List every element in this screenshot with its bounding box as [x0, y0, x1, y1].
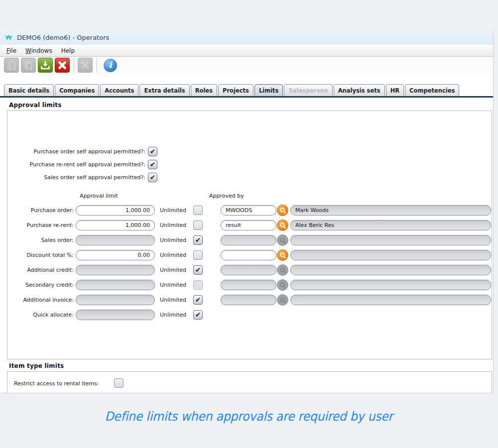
limits-tab-panel: Approval limits Purchase order self appr…	[0, 98, 493, 393]
additional-invoice-approver-name-field	[290, 295, 491, 305]
unlimited-label: Unlimited	[160, 222, 186, 228]
check-icon: ✔	[195, 266, 201, 273]
so-self-approval-label: Sales order self approval permitted?:	[0, 173, 145, 182]
title-bar: DEMO6 (demo6) - Operators	[0, 30, 493, 45]
sales-order-lookup-button	[277, 234, 288, 246]
discount-total-lookup-button[interactable]	[277, 249, 288, 261]
sales-order-label: Sales order:	[0, 235, 74, 245]
po-self-approval-label: Purchase order self approval permitted?:	[0, 147, 145, 156]
additional-invoice-limit-input	[76, 295, 155, 305]
delete-x-icon	[57, 60, 68, 71]
unlimited-label: Unlimited	[160, 207, 186, 214]
tab-hr[interactable]: HR	[386, 84, 404, 96]
limit-row-purchase-order: Purchase order: 1,000.00 Unlimited MWOOD…	[0, 203, 493, 218]
purchase-order-approver-name-field: Mark Woods	[290, 205, 491, 216]
menu-windows[interactable]: Windows	[21, 46, 57, 56]
purchase-re-rent-approver-code-input[interactable]: result	[221, 220, 276, 230]
approval-limits-header: Approval limits	[9, 102, 62, 109]
quick-allocate-unlimited-checkbox[interactable]: ✔	[193, 310, 203, 320]
po-self-approval-checkbox[interactable]: ✔	[148, 147, 157, 156]
magnifier-icon	[279, 222, 286, 229]
secondary-credit-label: Secondary credit:	[0, 280, 74, 290]
save-button[interactable]	[38, 58, 53, 73]
caption-text: Define limits when approvals are require…	[105, 409, 393, 424]
purchase-order-lookup-button[interactable]	[277, 205, 288, 216]
tab-strip: Basic details Companies Accounts Extra d…	[0, 74, 493, 98]
tab-basic-details[interactable]: Basic details	[4, 84, 54, 96]
menu-help[interactable]: Help	[57, 46, 79, 56]
save-icon	[40, 60, 51, 71]
tab-competencies[interactable]: Competencies	[405, 84, 459, 96]
restrict-rental-label: Restrict access to rental items:	[14, 380, 99, 387]
secondary-credit-unlimited-checkbox	[193, 280, 203, 290]
secondary-credit-limit-input	[76, 280, 155, 290]
check-icon: ✔	[195, 311, 201, 318]
menu-file[interactable]: File	[2, 46, 21, 56]
delete-button[interactable]	[55, 58, 70, 73]
caption: Define limits when approvals are require…	[0, 409, 498, 424]
approval-limit-column-header: Approval limit	[80, 193, 118, 199]
purchase-re-rent-approver-name-field: Alex Beric Res	[290, 220, 491, 230]
purchase-re-rent-lookup-button[interactable]	[277, 220, 288, 231]
purchase-order-unlimited-checkbox[interactable]	[193, 206, 203, 215]
purchase-re-rent-unlimited-checkbox[interactable]	[193, 221, 203, 230]
tools-icon	[80, 60, 90, 70]
quick-allocate-limit-input	[76, 310, 155, 320]
additional-credit-lookup-button	[277, 264, 288, 276]
discount-total-approver-code-input[interactable]	[221, 250, 276, 260]
menu-bar: File Windows Help	[0, 45, 493, 57]
toolbar: i	[0, 57, 493, 74]
purchase-order-approver-code-input[interactable]: MWOODS	[221, 205, 276, 216]
purchase-order-limit-input[interactable]: 1,000.00	[76, 205, 155, 216]
limit-row-additional-credit: Additional credit: Unlimited ✔	[0, 263, 493, 278]
magnifier-icon	[279, 297, 286, 304]
additional-credit-approver-name-field	[290, 265, 491, 275]
tab-roles[interactable]: Roles	[191, 84, 217, 96]
tab-extra-details[interactable]: Extra details	[139, 84, 189, 96]
tools-button	[78, 58, 93, 73]
unlimited-label: Unlimited	[160, 312, 186, 318]
discount-total-unlimited-checkbox[interactable]	[193, 250, 203, 260]
new-record-icon	[6, 60, 16, 70]
tab-companies[interactable]: Companies	[55, 84, 99, 96]
window-title: DEMO6 (demo6) - Operators	[17, 34, 109, 41]
additional-invoice-unlimited-checkbox[interactable]: ✔	[193, 295, 203, 305]
magnifier-icon	[279, 267, 286, 274]
toolbar-separator	[97, 58, 97, 72]
limit-row-additional-invoice: Additional invoice: Unlimited ✔	[0, 293, 493, 308]
sales-order-unlimited-checkbox[interactable]: ✔	[193, 235, 203, 245]
limit-row-purchase-re-rent: Purchase re-rent: 1,000.00 Unlimited res…	[0, 218, 493, 233]
unlimited-label: Unlimited	[160, 267, 186, 273]
toolbar-separator	[74, 58, 74, 72]
tab-limits[interactable]: Limits	[254, 84, 283, 96]
sales-order-limit-input	[76, 235, 155, 245]
additional-credit-limit-input	[76, 265, 155, 275]
tab-accounts[interactable]: Accounts	[100, 84, 138, 96]
discount-total-label: Discount total %:	[0, 250, 74, 260]
info-icon: i	[109, 61, 112, 69]
additional-credit-unlimited-checkbox[interactable]: ✔	[193, 265, 203, 275]
purchase-re-rent-limit-input[interactable]: 1,000.00	[76, 220, 155, 230]
copy-icon	[23, 60, 33, 70]
new-record-button	[4, 58, 19, 73]
magnifier-icon	[279, 282, 286, 289]
secondary-credit-approver-name-field	[290, 280, 491, 290]
magnifier-icon	[279, 252, 286, 259]
check-icon: ✔	[150, 174, 156, 181]
tab-analysis-sets[interactable]: Analysis sets	[334, 84, 385, 96]
rerent-self-approval-checkbox[interactable]: ✔	[148, 160, 157, 169]
discount-total-limit-input[interactable]: 0.00	[76, 250, 155, 260]
restrict-rental-checkbox[interactable]	[114, 378, 124, 388]
info-button[interactable]: i	[104, 59, 117, 72]
purchase-re-rent-label: Purchase re-rent:	[0, 220, 74, 230]
limit-row-sales-order: Sales order: Unlimited ✔	[0, 233, 493, 248]
operators-window: DEMO6 (demo6) - Operators File Windows H…	[0, 30, 494, 393]
secondary-credit-lookup-button	[277, 279, 288, 291]
so-self-approval-checkbox[interactable]: ✔	[148, 173, 157, 182]
check-icon: ✔	[195, 296, 201, 303]
unlimited-label: Unlimited	[160, 252, 186, 258]
tab-projects[interactable]: Projects	[218, 84, 253, 96]
unlimited-label: Unlimited	[160, 237, 186, 243]
sales-order-approver-code-input	[221, 235, 276, 245]
limit-row-secondary-credit: Secondary credit: Unlimited	[0, 278, 493, 293]
